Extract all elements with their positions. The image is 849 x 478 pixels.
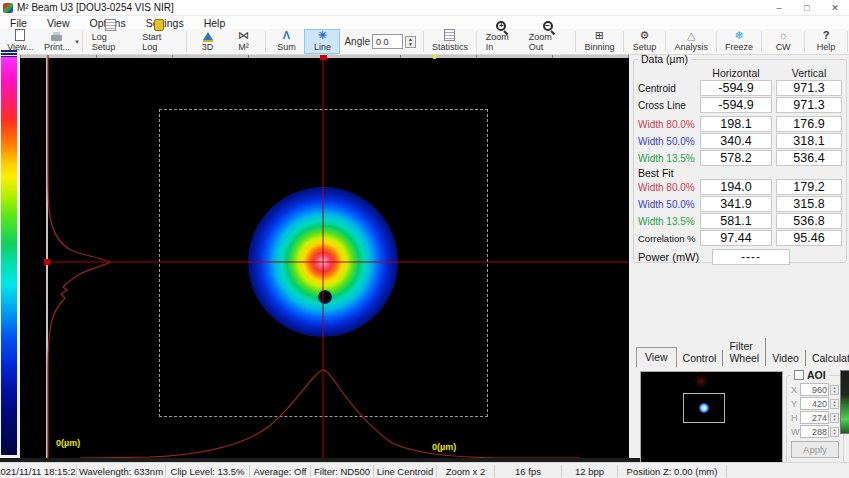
app-icon (3, 3, 13, 13)
toolbar-separator (847, 31, 848, 52)
aoi-x-input[interactable]: 960 (800, 383, 829, 396)
bestfit-width50-vertical-value: 315.8 (776, 196, 842, 212)
crossed-lines-icon: ✳ (318, 30, 327, 41)
setup-button[interactable]: ⚙ Setup (626, 29, 662, 54)
zoom-out-button[interactable]: − Zoom Out (523, 29, 573, 54)
vertical-profile-curve (48, 55, 110, 458)
close-button[interactable]: ✕ (821, 0, 849, 15)
intensity-colorbar (1, 57, 17, 455)
level-indicator-slider[interactable] (840, 370, 849, 434)
zoom-in-button[interactable]: + Zoom In (480, 29, 523, 54)
menu-view[interactable]: View (37, 17, 80, 29)
table-row: Width 50.0% 341.9 315.8 (638, 196, 842, 212)
table-row: Centroid -594.9 971.3 (638, 80, 842, 96)
start-log-button[interactable]: Start Log (136, 29, 182, 54)
tab-filter-wheel[interactable]: Filter Wheel (723, 338, 766, 366)
centroid-vertical-value: 971.3 (776, 80, 842, 96)
menu-settings[interactable]: Settings (136, 17, 194, 29)
camera-preview-thumbnail[interactable] (640, 371, 783, 464)
apply-button[interactable]: Apply (791, 441, 839, 458)
aoi-y-spinner[interactable]: ▲▼ (830, 399, 839, 409)
status-bar: 2021/11/11 18:15:21 Wavelength: 633nm Cl… (0, 462, 849, 478)
toolbar-separator (623, 31, 624, 52)
aoi-w-input[interactable]: 288 (800, 425, 829, 438)
question-icon: ? (823, 30, 830, 41)
toolbar-separator (804, 31, 805, 52)
magnifier-minus-icon: − (543, 21, 553, 31)
aoi-h-input[interactable]: 274 (800, 411, 829, 424)
toolbar-separator (716, 31, 717, 52)
aoi-h-spinner[interactable]: ▲▼ (830, 413, 839, 423)
aoi-y-input[interactable]: 420 (800, 397, 829, 410)
menu-bar: File View Options Settings Help (0, 16, 849, 29)
data-panel: Data (µm) Horizontal Vertical Centroid -… (633, 53, 847, 263)
cw-button[interactable]: ☼ CW (765, 29, 801, 54)
tab-view[interactable]: View (636, 347, 677, 367)
title-bar: M² Beam U3 [DOU3-0254 VIS NIR] – □ ✕ (0, 0, 849, 16)
statistics-button[interactable]: Statistics (427, 29, 473, 54)
colorbar-top-marker (1, 50, 17, 57)
crosshair-left-marker[interactable] (44, 259, 50, 265)
page-icon (15, 29, 25, 41)
toolbar-separator (761, 31, 762, 52)
aoi-checkbox[interactable] (794, 370, 804, 380)
angle-spinner[interactable]: ▲ ▼ (405, 36, 416, 48)
thumbnail-smudge (693, 374, 709, 388)
width50-horizontal-value: 340.4 (700, 133, 772, 149)
status-fps: 16 fps (495, 465, 562, 477)
width80-horizontal-value: 198.1 (700, 116, 772, 132)
angle-label: Angle (344, 36, 370, 47)
bestfit-width135-vertical-value: 536.8 (776, 213, 842, 229)
m2-button[interactable]: ⋈ M² (226, 29, 262, 54)
bestfit-width80-horizontal-value: 194.0 (700, 179, 772, 195)
crosshair-top-marker[interactable] (320, 55, 327, 60)
aoi-panel: AOI X 960 ▲▼ Y 420 ▲▼ H 274 ▲▼ W 288 ▲▼ … (786, 369, 844, 465)
help-button[interactable]: ? Help (808, 29, 844, 54)
table-row: Correlation % 97.44 95.46 (638, 230, 842, 246)
toolbar-separator (82, 31, 83, 52)
prism-icon: △ (687, 30, 695, 41)
log-setup-button[interactable]: Log Setup (86, 29, 137, 54)
maximize-button[interactable]: □ (793, 0, 821, 15)
crossline-vertical-value: 971.3 (776, 97, 842, 113)
angle-control: Angle 0 0 ▲ ▼ (340, 29, 420, 54)
beam-display[interactable]: 0(µm) 0(µm) (20, 55, 629, 458)
aoi-w-label: W (791, 427, 800, 437)
bestfit-width80-vertical-value: 179.2 (776, 179, 842, 195)
aoi-w-spinner[interactable]: ▲▼ (830, 427, 839, 437)
grid-icon: ⊞ (595, 30, 604, 41)
angle-input[interactable]: 0 0 (372, 34, 403, 49)
table-row: Width 50.0% 340.4 318.1 (638, 133, 842, 149)
toolbar-separator (265, 31, 266, 52)
sun-icon: ☼ (778, 30, 788, 41)
table-row: Cross Line -594.9 971.3 (638, 97, 842, 113)
toolbar-separator (575, 31, 576, 52)
aoi-x-spinner[interactable]: ▲▼ (830, 385, 839, 395)
printer-icon (51, 35, 62, 41)
spinner-down-icon[interactable]: ▼ (406, 42, 415, 47)
table-row: Width 13.5% 581.1 536.8 (638, 213, 842, 229)
minimize-button[interactable]: – (765, 0, 793, 15)
gear-icon: ⚙ (640, 30, 650, 41)
vertical-axis-origin-label: 0(µm) (56, 438, 80, 448)
horizontal-axis-origin-label: 0(µm) (432, 442, 456, 452)
line-button[interactable]: ✳ Line (304, 29, 340, 54)
table-row: Width 13.5% 578.2 536.4 (638, 150, 842, 166)
analysis-button[interactable]: △ Analysis (669, 29, 713, 54)
tab-video[interactable]: Video (766, 350, 806, 366)
sum-button[interactable]: Λ Sum (268, 29, 304, 54)
status-position-z: Position Z: 0.00 (mm) (618, 465, 727, 477)
tab-calculation[interactable]: Calculation (806, 350, 849, 366)
correlation-vertical-value: 95.46 (776, 230, 842, 246)
binning-button[interactable]: ⊞ Binning (579, 29, 619, 54)
freeze-button[interactable]: ❄ Freeze (720, 29, 758, 54)
tab-control[interactable]: Control (677, 350, 724, 366)
3d-button[interactable]: 3D (190, 29, 226, 54)
toolbar-separator (476, 31, 477, 52)
print-button[interactable]: Print... (39, 29, 75, 54)
window-title: M² Beam U3 [DOU3-0254 VIS NIR] (17, 2, 174, 13)
power-label: Power (mW) (638, 251, 712, 263)
print-dropdown-caret-icon[interactable]: ▾ (75, 38, 79, 46)
menu-help[interactable]: Help (194, 17, 236, 29)
menu-file[interactable]: File (0, 17, 37, 29)
